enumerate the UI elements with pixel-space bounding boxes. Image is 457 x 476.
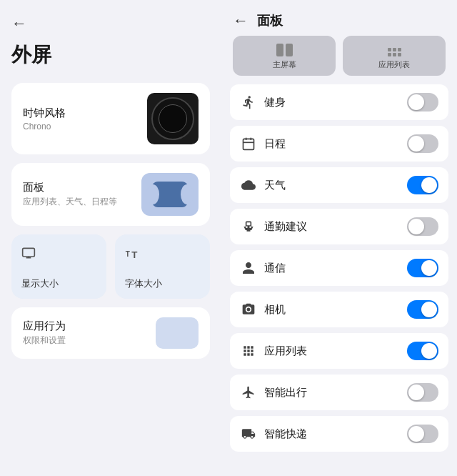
settings-item-label: 通勤建议: [264, 220, 400, 234]
app-behavior-text: 应用行为 权限和设置: [23, 319, 66, 347]
settings-item-weather: 天气: [230, 167, 448, 203]
settings-item-delivery: 智能快递: [230, 416, 448, 452]
settings-item-fitness: 健身: [230, 84, 448, 120]
svg-rect-0: [23, 248, 35, 257]
panel-card[interactable]: 面板 应用列表、天气、日程等: [11, 163, 210, 226]
panel-title: 面板: [23, 181, 117, 194]
tab-app-list-label: 应用列表: [378, 59, 410, 70]
settings-item-apps: 应用列表: [230, 333, 448, 369]
settings-item-label: 日程: [264, 137, 400, 151]
settings-item-flight: 智能出行: [230, 375, 448, 410]
display-size-icon: [21, 246, 36, 264]
panel-text: 面板 应用列表、天气、日程等: [23, 181, 117, 208]
settings-item-label: 智能出行: [264, 386, 400, 400]
svg-rect-5: [243, 139, 254, 149]
clock-style-title: 时钟风格: [23, 106, 66, 120]
settings-item-label: 健身: [264, 96, 400, 109]
app-behavior-subtitle: 权限和设置: [23, 334, 66, 347]
toggle-knob: [421, 302, 437, 317]
toggle-flight[interactable]: [407, 383, 438, 402]
toggle-camera[interactable]: [407, 300, 438, 319]
toggle-knob: [408, 385, 424, 400]
left-panel: ← 外屏 时钟风格 Chrono 面板 应用列表、天气、日程等: [0, 0, 221, 476]
toggle-knob: [421, 343, 437, 359]
svg-text:T: T: [131, 249, 137, 260]
tab-home-label: 主屏幕: [273, 59, 296, 70]
home-tab-icon: [276, 44, 293, 56]
settings-item-label: 应用列表: [264, 344, 400, 358]
tab-app-list[interactable]: 应用列表: [343, 36, 446, 76]
toggle-calendar[interactable]: [407, 134, 438, 153]
right-back-button[interactable]: ←: [233, 11, 248, 30]
left-page-title: 外屏: [11, 41, 210, 69]
toggle-knob: [408, 426, 424, 442]
toggle-knob: [421, 177, 437, 193]
camera-icon: [240, 301, 257, 318]
clock-style-card[interactable]: 时钟风格 Chrono: [11, 83, 210, 154]
calendar-icon: [240, 135, 257, 152]
commute-icon: [240, 218, 257, 235]
display-size-card[interactable]: 显示大小: [11, 234, 106, 299]
apps-icon: [240, 342, 257, 360]
settings-item-calendar: 日程: [230, 126, 448, 162]
toggle-knob: [421, 260, 437, 276]
font-size-icon: T T: [125, 246, 139, 264]
clock-thumbnail: [147, 93, 199, 144]
settings-list: 健身日程天气通勤建议通信相机应用列表智能出行智能快递: [221, 84, 457, 476]
app-behavior-card[interactable]: 应用行为 权限和设置: [11, 307, 210, 359]
flight-icon: [240, 384, 257, 401]
settings-item-label: 智能快递: [264, 427, 400, 441]
toggle-person[interactable]: [407, 259, 438, 277]
screen-tabs: 主屏幕 应用列表: [221, 36, 457, 84]
display-size-label: 显示大小: [21, 277, 59, 290]
tab-home-screen[interactable]: 主屏幕: [233, 36, 336, 76]
settings-item-label: 天气: [264, 179, 400, 192]
left-back-button[interactable]: ←: [11, 14, 27, 33]
right-panel: ← 面板 主屏幕 应用列表 健身日程天气通勤建议通信相机应用列表智能出行智能快递: [221, 0, 457, 476]
panel-illustration: [141, 173, 199, 216]
clock-style-subtitle: Chrono: [23, 122, 66, 132]
toggle-weather[interactable]: [407, 176, 438, 194]
toggle-apps[interactable]: [407, 342, 438, 360]
toggle-commute[interactable]: [407, 217, 438, 236]
settings-item-person: 通信: [230, 250, 448, 286]
toggle-knob: [408, 94, 424, 110]
font-size-label: 字体大小: [125, 277, 162, 290]
clock-style-text: 时钟风格 Chrono: [23, 106, 66, 132]
right-panel-title: 面板: [257, 12, 283, 29]
fitness-icon: [240, 94, 257, 111]
toggle-knob: [408, 136, 424, 152]
toggle-fitness[interactable]: [407, 93, 438, 111]
settings-item-commute: 通勤建议: [230, 209, 448, 244]
delivery-icon: [240, 425, 257, 442]
font-size-card[interactable]: T T 字体大小: [115, 234, 210, 299]
app-list-tab-icon: [388, 48, 401, 56]
panel-subtitle: 应用列表、天气、日程等: [23, 196, 117, 208]
svg-text:T: T: [126, 250, 130, 258]
person-icon: [240, 259, 257, 277]
toggle-knob: [408, 219, 424, 234]
toggle-delivery[interactable]: [407, 425, 438, 443]
app-behavior-thumbnail: [156, 317, 199, 349]
weather-icon: [240, 177, 257, 194]
settings-item-label: 通信: [264, 262, 400, 275]
right-header: ← 面板: [221, 0, 457, 36]
display-font-row: 显示大小 T T 字体大小: [11, 234, 210, 299]
settings-item-camera: 相机: [230, 292, 448, 327]
app-behavior-title: 应用行为: [23, 319, 66, 333]
settings-item-label: 相机: [264, 303, 400, 317]
